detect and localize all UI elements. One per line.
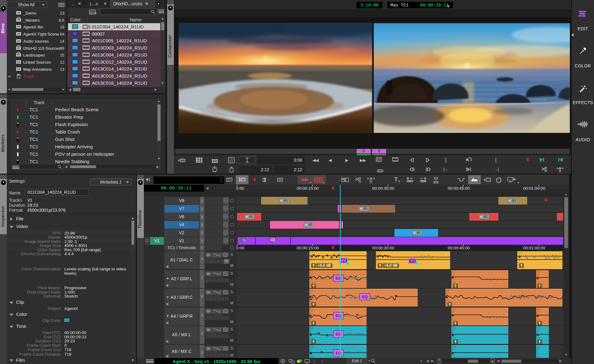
svg-text:§: § xyxy=(88,24,91,29)
